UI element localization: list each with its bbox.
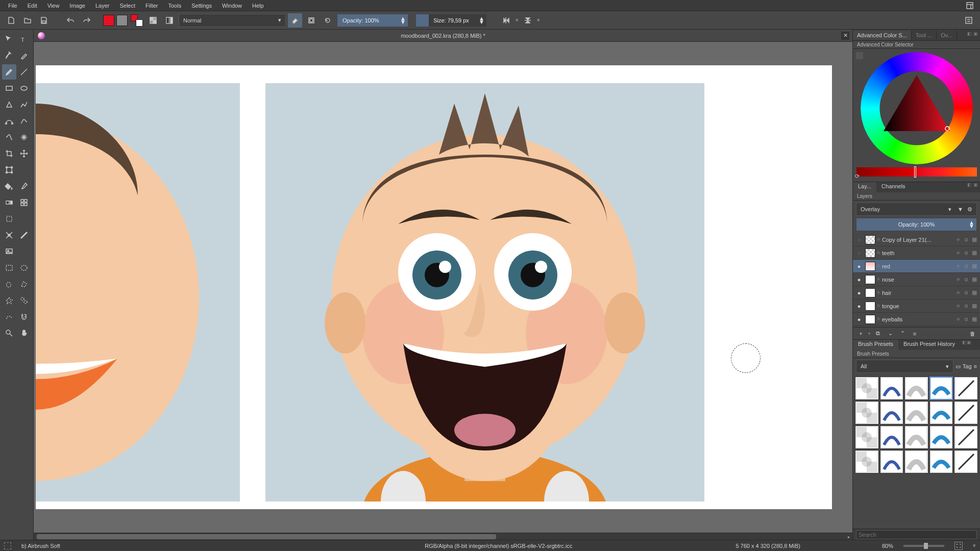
layer-row[interactable]: ●⎘red⎆α▦ [853, 260, 980, 273]
layer-name[interactable]: Copy of Layer 21(... [882, 237, 952, 243]
blend-settings-icon[interactable]: ⚙ [967, 206, 972, 213]
crop-tool-icon[interactable] [2, 146, 16, 161]
brush-preset[interactable] [855, 401, 879, 424]
freehand-brush-tool-icon[interactable] [2, 64, 16, 80]
background-color-swatch[interactable] [116, 15, 128, 26]
menu-filter[interactable]: Filter [140, 1, 163, 10]
layer-opacity-slider[interactable]: Opacity: 100% ▲▼ ≡ [856, 218, 977, 231]
workspace-chooser-icon[interactable] [963, 0, 977, 13]
smart-patch-tool-icon[interactable] [2, 211, 16, 227]
layer-row[interactable]: ●⎘eyeballs⎆α▦ [853, 313, 980, 326]
bezier-select-tool-icon[interactable] [2, 309, 16, 324]
transform-tool-icon[interactable] [2, 32, 16, 47]
hue-strip[interactable] [856, 167, 977, 177]
poly-select-tool-icon[interactable] [17, 277, 32, 292]
layer-mode-icons[interactable]: ⎆α▦ [954, 276, 978, 283]
mirror-horizontal-icon[interactable] [499, 13, 513, 28]
layer-mode-icons[interactable]: ⎆α▦ [954, 303, 978, 309]
ellipse-tool-icon[interactable] [17, 81, 32, 96]
layer-row[interactable]: ●⎘nose⎆α▦ [853, 273, 980, 286]
layer-row[interactable]: ○⎘teeth⎆α▦ [853, 246, 980, 260]
color-wheel[interactable] [861, 52, 973, 164]
brush-storage-icon[interactable]: ▭ [955, 363, 961, 370]
status-zoom[interactable]: 80% [882, 543, 893, 549]
duplicate-layer-icon[interactable]: ⧉ [873, 329, 883, 338]
assistant-tool-icon[interactable] [2, 228, 16, 243]
layer-blend-dropdown[interactable]: Overlay ▾ ▼ ⚙ [856, 203, 977, 216]
layer-visibility-icon[interactable]: ○ [855, 249, 863, 257]
pan-tool-icon[interactable] [17, 325, 32, 341]
filter-icon[interactable]: ▼ [958, 206, 963, 212]
brush-preset[interactable] [929, 377, 953, 400]
pattern-edit-tool-icon[interactable] [17, 195, 32, 210]
brush-preset[interactable] [904, 450, 928, 473]
alpha-lock-icon[interactable] [304, 13, 318, 28]
multibrush-tool-icon[interactable] [17, 130, 32, 145]
move-layer-up-icon[interactable]: ⌃ [898, 329, 907, 338]
layer-name[interactable]: hair [882, 290, 952, 296]
ellipse-select-tool-icon[interactable] [17, 260, 32, 276]
foreground-color-swatch[interactable] [103, 15, 114, 26]
layer-link-icon[interactable]: ⎘ [877, 290, 880, 295]
opacity-slider[interactable]: Opacity: 100%▲▼ [337, 14, 408, 27]
save-file-icon[interactable] [37, 13, 51, 28]
brush-preset[interactable] [855, 450, 879, 473]
menu-window[interactable]: Window [217, 1, 247, 10]
brush-preset[interactable] [855, 377, 879, 400]
line-tool-icon[interactable] [17, 64, 32, 80]
color-selector[interactable]: ⟳ [853, 49, 980, 182]
toolbar-overflow-icon[interactable] [962, 13, 976, 28]
layer-row[interactable]: ●⎘hair⎆α▦ [853, 286, 980, 299]
menu-select[interactable]: Select [114, 1, 140, 10]
brush-preset[interactable] [880, 401, 904, 424]
new-file-icon[interactable] [4, 13, 18, 28]
brush-filter-dropdown[interactable]: All▾ [856, 360, 953, 373]
layer-visibility-icon[interactable]: ● [855, 302, 863, 310]
reload-preset-icon[interactable] [321, 13, 335, 28]
layer-link-icon[interactable]: ⎘ [877, 317, 880, 321]
brush-preset[interactable] [954, 425, 978, 449]
layer-name[interactable]: teeth [882, 250, 952, 256]
layer-mode-icons[interactable]: ⎆α▦ [954, 249, 978, 256]
layer-mode-icons[interactable]: ⎆α▦ [954, 236, 978, 243]
brush-size-slider[interactable]: Size: 79,59 px▲▼ [415, 14, 487, 27]
zoom-tool-icon[interactable] [2, 325, 16, 341]
eraser-mode-icon[interactable] [288, 13, 302, 28]
tab-layers[interactable]: Lay... [853, 182, 876, 192]
layer-row[interactable]: ○⎘Copy of Layer 21(...⎆α▦ [853, 233, 980, 246]
layer-name[interactable]: eyeballs [882, 316, 952, 322]
mirror-vertical-icon[interactable] [521, 13, 535, 28]
layer-row[interactable]: ●⎘tongue⎆α▦ [853, 299, 980, 313]
zoom-slider[interactable] [903, 545, 944, 547]
tab-tool-options[interactable]: Tool ... [912, 31, 937, 40]
layer-link-icon[interactable]: ⎘ [877, 264, 880, 268]
brush-preset[interactable] [904, 377, 928, 400]
bezier-tool-icon[interactable] [2, 113, 16, 129]
layer-properties-icon[interactable]: ≡ [910, 329, 919, 338]
brush-tag-menu-icon[interactable]: ≡ [974, 363, 977, 369]
layer-name[interactable]: nose [882, 277, 952, 283]
add-layer-icon[interactable]: ＋ [856, 329, 865, 338]
swap-colors-icon[interactable] [130, 13, 144, 28]
blend-mode-dropdown[interactable]: Normal▾ [179, 14, 286, 27]
menu-layer[interactable]: Layer [90, 1, 115, 10]
layer-mode-icons[interactable]: ⎆α▦ [954, 316, 978, 322]
scrollbar-thumb[interactable] [37, 534, 496, 539]
menu-file[interactable]: File [3, 1, 22, 10]
calligraphy-tool-icon[interactable] [17, 48, 32, 63]
brush-preset[interactable] [904, 401, 928, 424]
close-document-icon[interactable]: ✕ [841, 32, 849, 40]
move-tool-icon[interactable] [17, 146, 32, 161]
menu-edit[interactable]: Edit [22, 1, 42, 10]
text-tool-icon[interactable]: T [17, 32, 32, 47]
layer-visibility-icon[interactable]: ● [855, 262, 863, 270]
zoom-dropdown-icon[interactable]: ▾ [973, 542, 976, 549]
redo-icon[interactable] [80, 13, 94, 28]
magnetic-select-tool-icon[interactable] [17, 309, 32, 324]
layer-visibility-icon[interactable]: ● [855, 315, 863, 323]
delete-layer-icon[interactable]: 🗑 [968, 329, 977, 338]
layer-visibility-icon[interactable]: ● [855, 289, 863, 297]
edit-shapes-tool-icon[interactable] [2, 48, 16, 63]
color-picker-tool-icon[interactable] [17, 179, 32, 194]
menu-help[interactable]: Help [247, 1, 269, 10]
